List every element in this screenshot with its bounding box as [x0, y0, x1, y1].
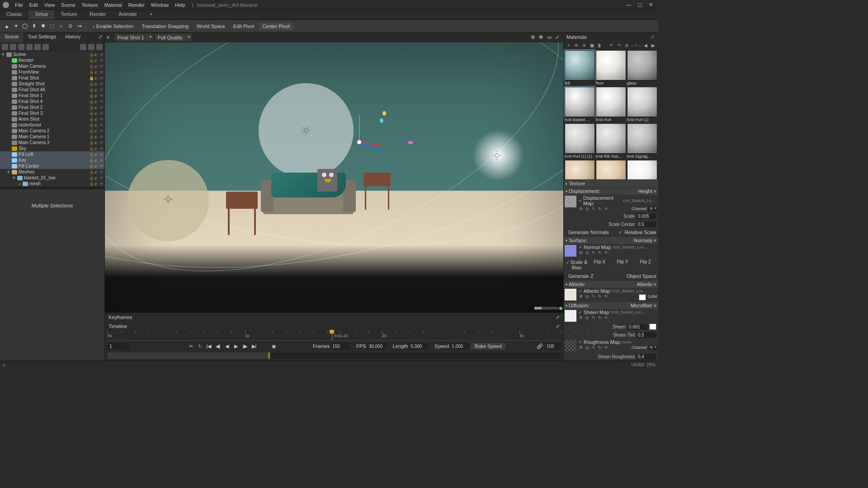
clear-icon[interactable]: ✕	[604, 315, 609, 320]
rotate-tool-icon[interactable]: ◯	[21, 22, 29, 30]
length-input[interactable]	[409, 343, 428, 350]
outliner-row[interactable]: Main Camera 3🔓◐👁	[0, 140, 104, 145]
fps-input[interactable]	[368, 343, 387, 350]
outliner-row[interactable]: Fill Center🔓◐👁	[0, 163, 104, 169]
material-item[interactable]: Knit Rib See...	[596, 123, 626, 159]
view-options-icon[interactable]: ≡	[107, 34, 113, 41]
section-diffusion-head[interactable]: ▾Diffusion:Microfiber ▾	[564, 302, 658, 309]
circle-select-icon[interactable]: ○	[57, 22, 65, 30]
popout-icon[interactable]: ⤢	[556, 324, 560, 329]
block-icon[interactable]: ⊘	[623, 42, 630, 48]
gizmo-y-axis[interactable]	[359, 115, 360, 142]
material-item[interactable]: Marble White	[627, 160, 657, 179]
outliner-row[interactable]: Anim Shot🔓◐👁	[0, 116, 104, 122]
grid-icon[interactable]: ✥	[539, 34, 545, 41]
menu-scene[interactable]: Scene	[58, 2, 78, 8]
enable-selection-toggle[interactable]: ✓Enable Selection	[88, 22, 137, 30]
generate-normals-button[interactable]: Generate Normals	[566, 230, 617, 235]
maximize-button[interactable]: ▢	[637, 2, 643, 8]
scrubber[interactable]	[108, 352, 561, 359]
clear-icon[interactable]: ✕	[604, 345, 609, 350]
select-tool-icon[interactable]: ▲	[3, 22, 11, 30]
workspace-tab-classic[interactable]: Classic	[0, 10, 28, 19]
frames-input[interactable]	[331, 343, 350, 350]
section-albedo-head[interactable]: ▾Albedo:Albedo ▾	[564, 281, 658, 288]
outliner-row[interactable]: Final Shot 4K🔓◐👁	[0, 87, 104, 93]
workspace-tab-setup[interactable]: Setup	[28, 10, 54, 19]
edit-pivot-button[interactable]: Edit Pivot	[230, 22, 258, 30]
outliner-row[interactable]: Main Camera 1🔓◐👁	[0, 134, 104, 140]
eye-icon[interactable]: ◎	[585, 345, 590, 350]
step-forward-icon[interactable]: |▶	[241, 343, 249, 350]
delete-icon[interactable]: 🗑	[596, 42, 603, 48]
bake-speed-button[interactable]: Bake Speed	[471, 343, 505, 350]
gizmo-handle[interactable]	[380, 118, 383, 123]
search-icon[interactable]	[26, 44, 33, 50]
pick-icon[interactable]: ✎	[591, 315, 596, 320]
menu-texture[interactable]: Texture	[79, 2, 101, 8]
tab-tool-settings[interactable]: Tool Settings	[23, 33, 61, 42]
eye-icon[interactable]: ◎	[585, 250, 590, 255]
translation-snapping-button[interactable]: Translation Snapping	[138, 22, 193, 30]
outliner-row[interactable]: Main Camera🔓◐👁	[0, 63, 104, 69]
material-item[interactable]: floor	[596, 50, 626, 86]
scrub-range[interactable]	[108, 352, 271, 359]
reload-icon[interactable]: ↻	[597, 250, 602, 255]
outliner-row[interactable]: Sky🔓◐👁	[0, 145, 104, 151]
move-tool-icon[interactable]: ✦	[12, 22, 20, 30]
reload-icon[interactable]: ↻	[597, 315, 602, 320]
scrub-playhead[interactable]	[269, 352, 269, 359]
menu-icon[interactable]: ≡	[3, 362, 9, 368]
gear-icon[interactable]: ⚙	[578, 206, 583, 211]
flipx-toggle[interactable]: Flip X	[589, 258, 611, 271]
pick-icon[interactable]: ✎	[591, 206, 596, 211]
loop-icon[interactable]: ↻	[196, 343, 203, 350]
flipz-toggle[interactable]: Flip Z	[634, 258, 656, 271]
refresh-icon[interactable]: ⟳	[573, 42, 580, 48]
filter-icon[interactable]	[10, 44, 16, 50]
eye-icon[interactable]: ◎	[585, 206, 590, 211]
sheen-input[interactable]: 0.881	[627, 324, 647, 330]
albedo-color-swatch[interactable]	[639, 294, 646, 300]
channel-select[interactable]: R	[648, 345, 658, 350]
material-item[interactable]: Maple Varn...	[596, 160, 626, 179]
workspace-tab-render[interactable]: Render	[83, 10, 112, 19]
gizmo-origin[interactable]	[357, 140, 361, 144]
outliner-row[interactable]: +mesh🔓◐👁	[0, 181, 104, 187]
workspace-tab-+[interactable]: +	[143, 10, 159, 19]
sheen-roughness-input[interactable]: 0.4	[637, 354, 656, 360]
transform-tool-icon[interactable]: ✱	[39, 22, 47, 30]
object-space-toggle[interactable]: Object Space	[627, 273, 656, 279]
outliner-row[interactable]: rasterboost🔓◐👁	[0, 122, 104, 128]
new-material-icon[interactable]: ＋	[566, 42, 572, 48]
hold-input[interactable]	[545, 343, 561, 350]
pick-icon[interactable]: ✎	[591, 250, 596, 255]
material-item[interactable]: Maple Curly...	[565, 160, 595, 179]
menu-view[interactable]: View	[41, 2, 58, 8]
outliner-row[interactable]: ▾Meshes🔓◐👁	[0, 169, 104, 175]
normal-map-thumb[interactable]	[565, 245, 576, 257]
quality-dropdown[interactable]: Full Quality	[155, 34, 192, 41]
popout-icon[interactable]: ⤢	[556, 314, 560, 320]
displacement-map-thumb[interactable]	[565, 196, 576, 207]
menu-edit[interactable]: Edit	[26, 2, 41, 8]
roughness-map-thumb[interactable]	[565, 340, 576, 352]
reload-icon[interactable]: ↻	[597, 294, 602, 299]
outliner-row[interactable]: Final Shot 1🔓◐👁	[0, 93, 104, 99]
fullscreen-icon[interactable]: ⤢	[555, 34, 561, 41]
menu-window[interactable]: Window	[148, 2, 172, 8]
gizmo-handle[interactable]	[408, 141, 413, 144]
clear-icon[interactable]: ✕	[604, 206, 609, 211]
lasso-select-icon[interactable]: ⊙	[66, 22, 74, 30]
sheen-tint-input[interactable]: 0.5	[637, 332, 656, 338]
keyframes-header[interactable]: Keyframes ⤢	[105, 313, 563, 322]
duplicate-icon[interactable]	[88, 44, 94, 50]
pick-icon[interactable]: ✎	[591, 345, 596, 350]
folder-icon[interactable]: ▣	[589, 42, 595, 48]
camera-dropdown[interactable]: Final Shot 1	[115, 34, 153, 41]
delete-icon[interactable]	[96, 44, 103, 50]
clear-icon[interactable]: ✕	[604, 250, 609, 255]
outliner-row[interactable]: FrontView🔓◐👁	[0, 69, 104, 75]
sheen-map-thumb[interactable]	[565, 310, 576, 322]
menu-file[interactable]: File	[12, 2, 26, 8]
